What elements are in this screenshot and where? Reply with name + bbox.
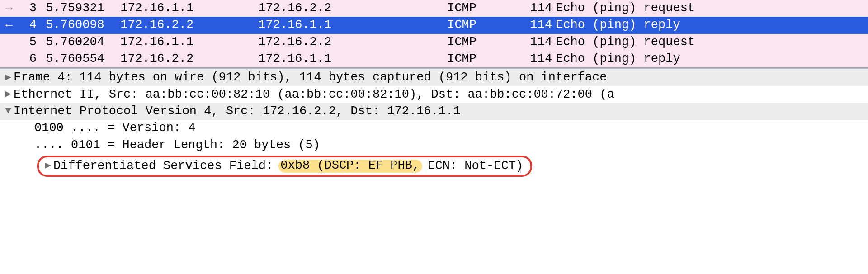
packet-info: Echo (ping) reply <box>556 19 868 31</box>
packet-length: 114 <box>517 53 556 65</box>
packet-row[interactable]: 5 5.760204 172.16.1.1 172.16.2.2 ICMP 11… <box>0 34 868 51</box>
dsfield-highlight-box: Differentiated Services Field: 0xb8 (DSC… <box>37 156 532 177</box>
tree-row-ipv4[interactable]: Internet Protocol Version 4, Src: 172.16… <box>0 103 868 120</box>
packet-number: 4 <box>18 19 38 31</box>
packet-number: 6 <box>18 53 38 65</box>
packet-protocol: ICMP <box>447 53 517 65</box>
packet-info: Echo (ping) reply <box>556 53 868 65</box>
dsfield-highlight: 0xb8 (DSCP: EF PHB, <box>278 160 422 173</box>
disclosure-triangle-down-icon[interactable] <box>3 106 14 116</box>
packet-number: 3 <box>18 2 38 14</box>
tree-row-frame[interactable]: Frame 4: 114 bytes on wire (912 bits), 1… <box>0 69 868 86</box>
packet-protocol: ICMP <box>447 36 517 48</box>
packet-destination: 172.16.2.2 <box>258 2 447 14</box>
ip-header-length-field: .... 0101 = Header Length: 20 bytes (5) <box>34 139 320 151</box>
packet-destination: 172.16.1.1 <box>258 19 447 31</box>
tree-row-ip-version[interactable]: 0100 .... = Version: 4 <box>0 120 868 137</box>
packet-row[interactable]: 6 5.760554 172.16.2.2 172.16.1.1 ICMP 11… <box>0 51 868 67</box>
packet-protocol: ICMP <box>447 2 517 14</box>
tree-row-ip-header-length[interactable]: .... 0101 = Header Length: 20 bytes (5) <box>0 137 868 153</box>
cropped-area <box>0 178 868 188</box>
dsfield-label-suffix: ECN: Not-ECT) <box>420 160 523 172</box>
packet-protocol: ICMP <box>447 19 517 31</box>
disclosure-triangle-icon[interactable] <box>3 90 14 99</box>
disclosure-triangle-icon[interactable] <box>3 73 14 83</box>
packet-destination: 172.16.2.2 <box>258 36 447 48</box>
packet-row[interactable]: 3 5.759321 172.16.1.1 172.16.2.2 ICMP 11… <box>0 0 868 17</box>
tree-row-ethernet[interactable]: Ethernet II, Src: aa:bb:cc:00:82:10 (aa:… <box>0 86 868 103</box>
frame-summary: Frame 4: 114 bytes on wire (912 bits), 1… <box>14 71 607 84</box>
packet-length: 114 <box>517 2 556 14</box>
packet-destination: 172.16.1.1 <box>258 53 447 65</box>
packet-time: 5.760204 <box>46 36 120 48</box>
packet-time: 5.759321 <box>46 2 120 14</box>
packet-list-pane: 3 5.759321 172.16.1.1 172.16.2.2 ICMP 11… <box>0 0 868 67</box>
packet-source: 172.16.1.1 <box>120 36 258 48</box>
disclosure-triangle-icon[interactable] <box>42 161 53 171</box>
packet-number: 5 <box>18 36 38 48</box>
packet-info: Echo (ping) request <box>556 2 868 14</box>
packet-time: 5.760098 <box>46 19 120 31</box>
dsfield-label-prefix: Differentiated Services Field: <box>53 160 280 172</box>
packet-time: 5.760554 <box>46 53 120 65</box>
packet-source: 172.16.2.2 <box>120 19 258 31</box>
arrow-left-icon <box>0 19 18 31</box>
packet-source: 172.16.1.1 <box>120 2 258 14</box>
arrow-right-icon <box>0 3 18 14</box>
packet-length: 114 <box>517 19 556 31</box>
tree-row-dsfield[interactable]: Differentiated Services Field: 0xb8 (DSC… <box>42 157 523 175</box>
ethernet-summary: Ethernet II, Src: aa:bb:cc:00:82:10 (aa:… <box>14 89 614 101</box>
packet-row-selected[interactable]: 4 5.760098 172.16.2.2 172.16.1.1 ICMP 11… <box>0 17 868 33</box>
packet-source: 172.16.2.2 <box>120 53 258 65</box>
ip-version-field: 0100 .... = Version: 4 <box>34 122 195 134</box>
packet-info: Echo (ping) request <box>556 36 868 48</box>
packet-length: 114 <box>517 36 556 48</box>
ipv4-summary: Internet Protocol Version 4, Src: 172.16… <box>14 105 460 118</box>
packet-details-pane: Frame 4: 114 bytes on wire (912 bits), 1… <box>0 69 868 187</box>
